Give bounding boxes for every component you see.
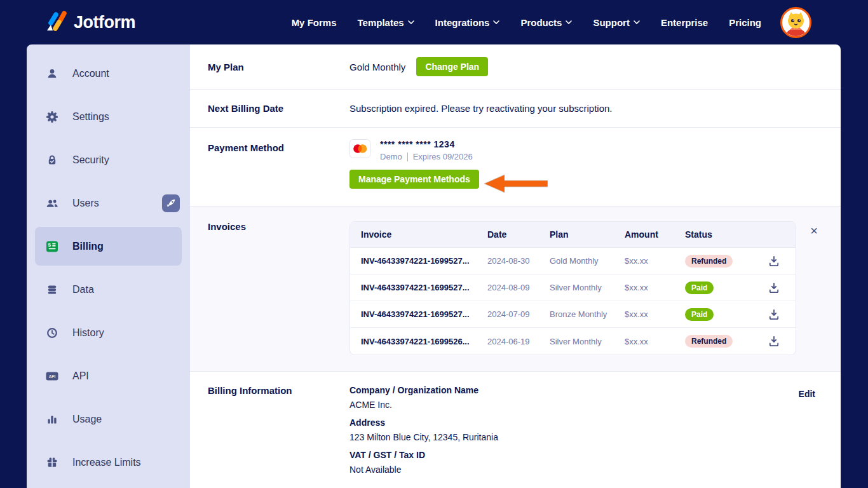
field-value: 123 Milton Blue City, 12345, Ruritania — [349, 432, 498, 442]
rocket-badge-icon — [162, 194, 180, 212]
sidebar-item-account[interactable]: Account — [27, 52, 190, 95]
next-billing-label: Next Billing Date — [208, 103, 349, 114]
nav-my-forms[interactable]: My Forms — [292, 17, 337, 28]
sidebar-item-data[interactable]: Data — [27, 268, 190, 311]
invoice-amount: $xx.xx — [625, 337, 685, 346]
invoice-dollar-icon: $ — [46, 240, 58, 253]
my-plan-row: My Plan Gold Monthly Change Plan — [190, 44, 841, 90]
invoice-amount: $xx.xx — [625, 283, 685, 292]
billing-information-section: Billing Information Company / Organizati… — [190, 372, 841, 475]
billing-field: Company / Organization Name ACME Inc. — [349, 385, 498, 410]
chevron-down-icon — [566, 20, 572, 24]
database-icon — [46, 283, 58, 296]
user-avatar[interactable] — [780, 7, 811, 38]
invoice-date: 2024-07-09 — [487, 309, 550, 319]
billing-field: VAT / GST / Tax ID Not Available — [349, 450, 498, 475]
chevron-down-icon — [493, 20, 499, 24]
api-icon: API — [46, 370, 58, 383]
clock-icon — [46, 327, 58, 339]
field-name: Company / Organization Name — [349, 385, 498, 395]
invoice-date: 2024-08-09 — [487, 283, 550, 292]
invoice-id: INV-46433974221-1699527... — [361, 256, 487, 266]
invoices-table-header: Invoice Date Plan Amount Status — [350, 222, 796, 248]
invoice-row: INV-46433974221-1699527... 2024-08-09 Si… — [350, 274, 796, 301]
download-invoice-button[interactable] — [768, 308, 780, 321]
change-plan-button[interactable]: Change Plan — [416, 57, 488, 76]
card-details: Demo Expires 09/2026 — [380, 152, 473, 161]
status-badge: Refunded — [685, 335, 733, 348]
billing-panel: My Plan Gold Monthly Change Plan Next Bi… — [190, 44, 841, 488]
invoice-date: 2024-08-30 — [487, 256, 550, 266]
sidebar-item-api[interactable]: API API — [27, 355, 190, 398]
status-badge: Refunded — [685, 255, 733, 268]
gear-icon — [46, 111, 58, 123]
download-icon — [768, 255, 780, 268]
sidebar-item-settings[interactable]: Settings — [27, 95, 190, 139]
download-icon — [768, 335, 780, 348]
billing-field: Address 123 Milton Blue City, 12345, Rur… — [349, 417, 498, 442]
payment-method-row: Payment Method **** **** **** 1234 De — [190, 128, 841, 207]
invoice-row: INV-46433974221-1699526... 2024-06-19 Si… — [350, 328, 796, 355]
field-name: VAT / GST / Tax ID — [349, 450, 498, 460]
sidebar-item-usage[interactable]: Usage — [27, 398, 190, 441]
sidebar-item-history[interactable]: History — [27, 311, 190, 355]
invoice-row: INV-46433974221-1699527... 2024-08-30 Go… — [350, 248, 796, 274]
card-expiry: Expires 09/2026 — [413, 152, 473, 161]
invoices-label: Invoices — [208, 221, 349, 355]
nav-links: My Forms Templates Integrations Products… — [292, 17, 761, 28]
download-invoice-button[interactable] — [768, 281, 780, 294]
invoice-row: INV-46433974221-1699527... 2024-07-09 Br… — [350, 301, 796, 328]
close-icon[interactable]: × — [810, 226, 818, 236]
jotform-logo-icon — [42, 8, 67, 36]
invoice-id: INV-46433974221-1699527... — [361, 283, 487, 292]
billing-information-label: Billing Information — [208, 385, 349, 475]
nav-products[interactable]: Products — [520, 17, 572, 28]
nav-pricing[interactable]: Pricing — [729, 17, 761, 28]
gift-icon — [46, 456, 58, 469]
field-value: Not Available — [349, 464, 498, 475]
payment-method-label: Payment Method — [208, 128, 349, 206]
download-icon — [768, 308, 780, 321]
status-badge: Paid — [685, 281, 714, 294]
nav-enterprise[interactable]: Enterprise — [661, 17, 708, 28]
invoice-id: INV-46433974221-1699526... — [361, 337, 487, 346]
nav-support[interactable]: Support — [593, 17, 640, 28]
current-plan-value: Gold Monthly — [349, 62, 405, 72]
invoice-date: 2024-06-19 — [487, 337, 550, 346]
user-icon — [46, 67, 58, 80]
sidebar-item-billing[interactable]: $ Billing — [35, 227, 182, 266]
invoice-amount: $xx.xx — [625, 309, 685, 319]
manage-payment-methods-button[interactable]: Manage Payment Methods — [349, 170, 479, 189]
svg-text:$: $ — [48, 242, 51, 248]
sidebar-item-increase-limits[interactable]: Increase Limits — [27, 441, 190, 484]
chevron-down-icon — [634, 20, 640, 24]
jotform-logo[interactable]: Jotform — [42, 8, 135, 36]
invoice-plan: Gold Monthly — [550, 256, 625, 266]
my-plan-label: My Plan — [208, 62, 349, 72]
chevron-down-icon — [408, 20, 414, 24]
jotform-logo-text: Jotform — [74, 13, 135, 32]
edit-billing-info-button[interactable]: Edit — [799, 389, 815, 399]
sidebar-item-users[interactable]: Users — [27, 182, 190, 225]
content-shell: Account Settings Security — [27, 44, 841, 488]
mastercard-icon — [349, 139, 370, 158]
card-number: **** **** **** 1234 — [380, 139, 473, 149]
status-badge: Paid — [685, 308, 714, 321]
svg-text:API: API — [49, 374, 56, 379]
users-icon — [46, 197, 58, 210]
invoice-amount: $xx.xx — [625, 256, 685, 266]
download-invoice-button[interactable] — [768, 335, 780, 348]
field-value: ACME Inc. — [349, 400, 498, 410]
settings-sidebar: Account Settings Security — [27, 44, 190, 488]
top-navbar: Jotform My Forms Templates Integrations … — [0, 0, 868, 44]
next-billing-value: Subscription expired. Please try reactiv… — [349, 103, 613, 114]
sidebar-item-security[interactable]: Security — [27, 139, 190, 182]
card-holder: Demo — [380, 152, 402, 161]
lock-icon — [46, 154, 58, 166]
invoice-plan: Silver Monthly — [550, 283, 625, 292]
nav-integrations[interactable]: Integrations — [435, 17, 500, 28]
nav-templates[interactable]: Templates — [357, 17, 414, 28]
invoices-table: Invoice Date Plan Amount Status INV-4643… — [349, 221, 796, 355]
download-invoice-button[interactable] — [768, 255, 780, 268]
invoice-id: INV-46433974221-1699527... — [361, 309, 487, 319]
